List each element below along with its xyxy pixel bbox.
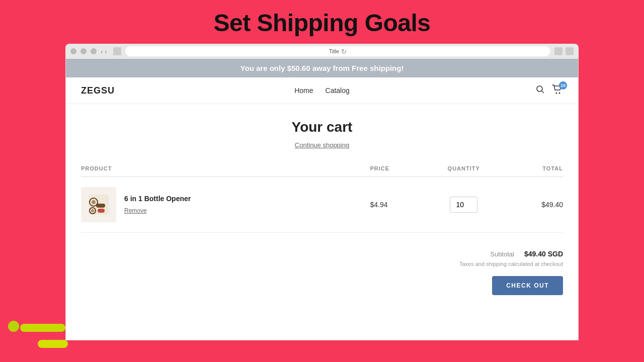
svg-rect-7 — [96, 204, 105, 208]
decorative-elements — [0, 302, 65, 362]
search-icon[interactable] — [536, 85, 545, 96]
product-cell: 6 in 1 Bottle Opener Remove — [81, 187, 370, 222]
continue-shopping-wrapper: Continue shopping — [81, 140, 563, 149]
subtotal-row: Subtotal $49.40 SGD — [81, 250, 563, 258]
cart-item-row: 6 in 1 Bottle Opener Remove $4.94 $49.40 — [81, 177, 563, 233]
deco-bar-2 — [38, 340, 68, 348]
product-name: 6 in 1 Bottle Opener — [124, 195, 191, 203]
tax-note: Taxes and shipping calculated at checkou… — [81, 261, 563, 267]
browser-action-2[interactable] — [566, 47, 574, 55]
nav-catalog[interactable]: Catalog — [326, 86, 350, 95]
remove-item-button[interactable]: Remove — [124, 207, 147, 214]
product-info: 6 in 1 Bottle Opener Remove — [124, 195, 191, 215]
page-title: Set Shipping Goals — [0, 9, 644, 37]
browser-minimize-btn[interactable] — [80, 48, 87, 54]
site-logo[interactable]: ZEGSU — [81, 85, 202, 96]
cart-item-total-cell: $49.40 — [506, 177, 563, 233]
deco-bar-1 — [20, 324, 65, 332]
cart-item-price-cell: $4.94 — [370, 177, 422, 233]
website-container: You are only $50.60 away from Free shipp… — [65, 59, 579, 340]
browser-actions — [554, 47, 574, 55]
browser-refresh-btn[interactable]: ↻ — [341, 48, 347, 55]
svg-point-0 — [537, 86, 542, 92]
cart-item-quantity-cell — [421, 177, 506, 233]
deco-circle — [8, 321, 19, 332]
nav-home[interactable]: Home — [294, 86, 313, 95]
browser-close-btn[interactable] — [70, 48, 76, 54]
continue-shopping-link[interactable]: Continue shopping — [295, 141, 349, 149]
browser-url-text: Title — [329, 48, 339, 54]
svg-line-1 — [542, 91, 544, 93]
page-title-area: Set Shipping Goals — [0, 0, 644, 44]
col-price-header: PRICE — [370, 161, 422, 177]
subtotal-value: $49.40 SGD — [524, 250, 563, 258]
quantity-input[interactable] — [450, 197, 477, 213]
subtotal-label: Subtotal — [490, 250, 514, 258]
cart-title: Your cart — [81, 119, 563, 135]
shipping-banner: You are only $50.60 away from Free shipp… — [66, 59, 578, 77]
browser-action-1[interactable] — [554, 47, 562, 55]
checkout-button[interactable]: CHECK OUT — [492, 276, 563, 295]
cart-icon[interactable]: 10 — [552, 84, 563, 97]
svg-rect-10 — [98, 209, 105, 213]
browser-forward-btn[interactable]: › — [105, 48, 107, 55]
cart-content: Your cart Continue shopping PRODUCT PRIC… — [66, 104, 578, 315]
cart-badge: 10 — [559, 81, 567, 89]
cart-table: PRODUCT PRICE QUANTITY TOTAL — [81, 161, 563, 233]
cart-table-header-row: PRODUCT PRICE QUANTITY TOTAL — [81, 161, 563, 177]
svg-point-3 — [559, 93, 560, 94]
browser-back-btn[interactable]: ‹ — [101, 48, 103, 55]
col-quantity-header: QUANTITY — [421, 161, 506, 177]
browser-maximize-btn[interactable] — [91, 48, 97, 54]
site-header-icons: 10 — [443, 84, 564, 97]
col-product-header: PRODUCT — [81, 161, 370, 177]
subtotal-section: Subtotal $49.40 SGD Taxes and shipping c… — [81, 243, 563, 295]
shipping-banner-text: You are only $50.60 away from Free shipp… — [71, 64, 573, 72]
browser-layout-icon — [113, 47, 121, 55]
browser-url-bar[interactable]: Title ↻ — [125, 46, 550, 56]
svg-point-6 — [92, 200, 96, 204]
col-total-header: TOTAL — [506, 161, 563, 177]
site-header: ZEGSU Home Catalog 10 — [66, 77, 578, 104]
product-image — [81, 187, 116, 222]
svg-point-9 — [91, 209, 94, 212]
cart-item-product-cell: 6 in 1 Bottle Opener Remove — [81, 177, 370, 233]
browser-chrome: ‹ › Title ↻ — [65, 44, 579, 59]
browser-nav[interactable]: ‹ › — [101, 48, 107, 55]
site-nav: Home Catalog — [202, 86, 443, 95]
svg-point-2 — [556, 93, 557, 94]
